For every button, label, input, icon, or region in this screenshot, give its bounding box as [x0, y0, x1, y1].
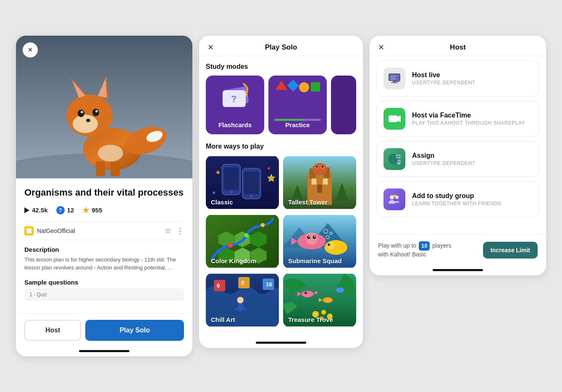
svg-rect-115	[398, 160, 400, 163]
practice-shapes-icon	[276, 81, 320, 92]
submarine-squad-game-card[interactable]: Submarine Squad	[283, 214, 356, 269]
svg-text:?: ?	[231, 94, 236, 104]
host-footer-text: Play with up to 10 playerswith Kahoot! B…	[378, 241, 479, 259]
svg-point-92	[323, 297, 333, 303]
sample-section: Sample questions 1 - Quiz	[24, 279, 184, 301]
host-button[interactable]: Host	[24, 320, 81, 341]
question-icon: ?	[56, 206, 65, 214]
svg-text:9: 9	[241, 280, 244, 286]
host-facetime-option[interactable]: Host via FaceTime Play this kahoot throu…	[376, 101, 539, 137]
author-badge	[24, 226, 34, 235]
panel-footer: Host Play Solo	[16, 314, 192, 347]
description-title: Description	[24, 246, 184, 253]
questions-stat: ? 12	[56, 206, 74, 214]
study-group-name: Add to study group	[412, 192, 532, 200]
author-name: NatGeoOfficial	[37, 227, 75, 234]
study-group-sub: Learn together with friends	[412, 201, 532, 206]
increase-limit-button[interactable]: Increase Limit	[483, 242, 538, 259]
svg-text:6: 6	[217, 282, 220, 289]
svg-point-18	[98, 145, 123, 162]
treasure-trove-label: Treasure Trove	[288, 316, 333, 323]
assign-text: Assign USERTYPE DEPENDENT	[412, 152, 532, 166]
host-title: Host	[450, 43, 466, 52]
play-solo-title: Play Solo	[265, 43, 297, 52]
author-row: NatGeoOfficial ☆ ⋮	[24, 222, 184, 240]
svg-point-90	[305, 292, 307, 294]
host-live-icon-container	[383, 68, 405, 89]
study-group-icon	[387, 192, 402, 207]
star-icon: ★	[82, 206, 89, 215]
svg-point-11	[81, 111, 83, 113]
host-close-button[interactable]: ✕	[378, 43, 384, 52]
treasure-trove-game-card[interactable]: Treasure Trove	[283, 273, 356, 327]
svg-point-70	[328, 243, 330, 246]
author-info: NatGeoOfficial	[24, 226, 75, 235]
description-section: Description This lesson plan is for high…	[24, 246, 184, 272]
practice-card[interactable]: Practice	[268, 76, 327, 134]
facetime-icon	[387, 111, 402, 126]
tallest-tower-label: Tallest Tower	[288, 199, 328, 206]
detail-panel: ×	[16, 36, 192, 356]
play-solo-panel: ✕ Play Solo Study modes ?	[199, 36, 363, 348]
play-solo-home-indicator	[256, 342, 306, 344]
svg-rect-28	[244, 172, 259, 194]
svg-point-12	[95, 110, 98, 112]
svg-rect-40	[312, 179, 317, 185]
play-solo-button[interactable]: Play Solo	[85, 320, 184, 341]
svg-point-55	[228, 243, 233, 248]
svg-point-47	[322, 166, 323, 168]
sample-title: Sample questions	[24, 279, 184, 286]
favorite-button[interactable]: ☆	[165, 226, 171, 235]
tallest-tower-game-card[interactable]: Tallest Tower	[283, 155, 356, 210]
svg-point-29	[249, 194, 253, 198]
svg-rect-41	[323, 179, 328, 185]
svg-point-87	[302, 291, 314, 297]
svg-point-71	[329, 244, 330, 245]
players-badge: 10	[419, 241, 430, 251]
svg-point-57	[261, 223, 265, 227]
host-header: ✕ Host	[370, 36, 546, 56]
svg-point-56	[244, 233, 249, 238]
play-solo-close-button[interactable]: ✕	[207, 43, 214, 52]
svg-rect-15	[110, 162, 120, 176]
assign-icon	[387, 152, 402, 167]
play-solo-header: ✕ Play Solo	[199, 36, 363, 56]
color-kingdom-label: Color Kingdom	[211, 257, 256, 264]
study-group-text: Add to study group Learn together with f…	[412, 192, 532, 206]
svg-point-31	[268, 167, 270, 170]
more-ways-title: More ways to play	[206, 143, 356, 150]
flashcard-icon: ?	[218, 82, 252, 109]
fox-illustration	[16, 36, 192, 178]
more-options-button[interactable]: ⋮	[176, 226, 184, 235]
assign-option[interactable]: Assign USERTYPE DEPENDENT	[376, 141, 539, 177]
flashcards-card[interactable]: ? Flashcards	[206, 76, 264, 134]
study-group-option[interactable]: Add to study group Learn together with f…	[376, 181, 539, 217]
host-live-option[interactable]: Host live USERTYPE DEPENDENT	[376, 60, 539, 97]
practice-label: Practice	[285, 121, 310, 128]
description-text: This lesson plan is for higher secondary…	[24, 256, 184, 272]
favorites-stat: ★ 955	[82, 206, 102, 215]
svg-point-66	[314, 236, 315, 238]
assign-sub: USERTYPE DEPENDENT	[412, 160, 532, 166]
host-live-name: Host live	[412, 71, 532, 79]
classic-game-card[interactable]: ⭐ Classic	[206, 155, 279, 210]
svg-rect-104	[391, 82, 398, 83]
screen-container: ×	[16, 36, 546, 356]
close-button[interactable]: ×	[23, 42, 38, 57]
svg-point-65	[308, 236, 310, 238]
svg-point-9	[78, 110, 84, 117]
play-solo-scroll: Study modes ? Flashcards	[199, 56, 363, 338]
color-kingdom-game-card[interactable]: Color Kingdom	[206, 214, 279, 269]
study-modes-row: ? Flashcards	[206, 76, 356, 134]
svg-rect-25	[224, 167, 239, 190]
facetime-name: Host via FaceTime	[412, 112, 532, 119]
submarine-squad-label: Submarine Squad	[288, 257, 342, 264]
svg-text:⭐: ⭐	[267, 173, 276, 183]
host-live-sub: USERTYPE DEPENDENT	[412, 80, 532, 86]
home-indicator	[79, 350, 129, 352]
third-study-card[interactable]	[331, 76, 356, 134]
svg-rect-102	[397, 78, 399, 81]
svg-text:16: 16	[266, 281, 273, 287]
chill-art-label: Chill Art	[211, 316, 235, 323]
chill-art-game-card[interactable]: 6 9 16 Chill Art	[206, 273, 279, 327]
